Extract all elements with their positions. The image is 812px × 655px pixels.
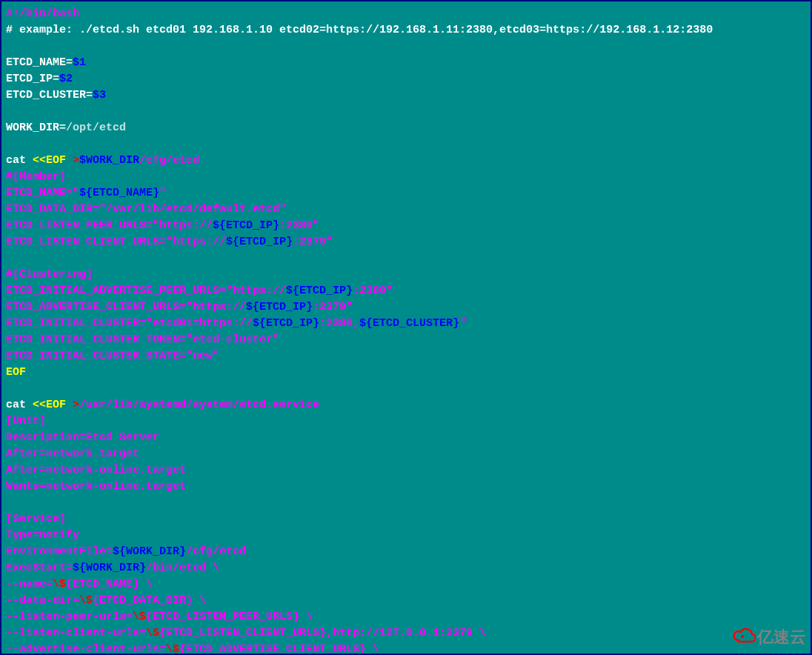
code-token: ETCD_IP= bbox=[6, 73, 59, 85]
code-token: After=network.target bbox=[6, 448, 139, 460]
code-token: /bin/etcd \ bbox=[146, 562, 219, 574]
code-token: #[Clustering] bbox=[6, 268, 93, 281]
code-token: ETCD_INITIAL_CLUSTER_STATE="new" bbox=[6, 350, 219, 362]
code-token: \$ bbox=[166, 643, 179, 655]
code-token: \$ bbox=[133, 611, 146, 623]
code-token: ${WORK_DIR} bbox=[73, 562, 146, 574]
code-token: # example: ./etcd.sh etcd01 192.168.1.10… bbox=[6, 24, 713, 36]
code-block: #!/bin/bash # example: ./etcd.sh etcd01 … bbox=[1, 1, 811, 655]
code-token: :2379" bbox=[293, 236, 333, 248]
code-token: > bbox=[73, 154, 79, 167]
code-token: <<EOF bbox=[33, 154, 73, 167]
code-token: $3 bbox=[93, 89, 106, 102]
code-token: \$ bbox=[53, 578, 66, 591]
code-token: ETCD_INITIAL_ADVERTISE_PEER_URLS="https:… bbox=[6, 285, 286, 297]
code-token: [Service] bbox=[6, 513, 66, 525]
code-token: ETCD_CLUSTER= bbox=[6, 89, 93, 102]
code-token: $WORK_DIR bbox=[79, 154, 139, 167]
watermark-text: 亿速云 bbox=[757, 629, 806, 645]
code-token: /cfg/etcd bbox=[139, 154, 199, 167]
code-token: " bbox=[459, 317, 466, 330]
code-token: cat bbox=[6, 399, 33, 411]
code-token: ETCD_NAME=" bbox=[6, 187, 79, 199]
code-token: :2379" bbox=[313, 301, 353, 313]
code-token: {ETCD_LISTEN_CLIENT_URLS},http://127.0.0… bbox=[159, 627, 486, 639]
code-token: Description=Etcd Server bbox=[6, 431, 159, 444]
code-token: ETCD_LISTEN_PEER_URLS="https:// bbox=[6, 219, 213, 232]
code-token: EOF bbox=[6, 366, 26, 379]
code-token: ${ETCD_CLUSTER} bbox=[359, 317, 459, 330]
code-token: ETCD_INITIAL_CLUSTER_TOKEN="etcd-cluster… bbox=[6, 333, 279, 346]
code-token: --advertise-client-urls= bbox=[6, 643, 166, 655]
code-token: ${ETCD_IP} bbox=[286, 285, 353, 297]
code-token: \$ bbox=[79, 594, 93, 607]
watermark: 亿速云 bbox=[732, 625, 806, 649]
code-token: EnvironmentFile= bbox=[6, 545, 113, 558]
code-token: > bbox=[73, 399, 79, 411]
code-token: /opt/etcd bbox=[66, 122, 126, 134]
code-token: {ETCD_NAME} \ bbox=[66, 578, 153, 591]
svg-point-0 bbox=[741, 635, 744, 638]
code-token: {ETCD_DATA_DIR} \ bbox=[93, 594, 206, 607]
code-token: ETCD_INITIAL_CLUSTER="etcd01=https:// bbox=[6, 317, 253, 330]
code-token: /usr/lib/systemd/system/etcd.service bbox=[79, 399, 319, 411]
code-token: --data-dir= bbox=[6, 594, 79, 607]
code-token: :2380" bbox=[279, 219, 319, 232]
code-token: <<EOF bbox=[33, 399, 73, 411]
code-token: ${WORK_DIR} bbox=[113, 545, 186, 558]
code-token: Type=notify bbox=[6, 529, 79, 542]
code-token: $1 bbox=[73, 56, 86, 69]
code-token: /cfg/etcd bbox=[186, 545, 246, 558]
code-token: ExecStart= bbox=[6, 562, 73, 574]
code-token: $2 bbox=[59, 73, 73, 85]
code-token: ${ETCD_IP} bbox=[246, 301, 313, 313]
code-token: After=network-online.target bbox=[6, 464, 186, 476]
code-token: --listen-client-urls= bbox=[6, 627, 146, 639]
code-token: ETCD_DATA_DIR="/var/lib/etcd/default.etc… bbox=[6, 203, 286, 216]
code-token: {ETCD_ADVERTISE_CLIENT_URLS} \ bbox=[179, 643, 379, 655]
code-token: ${ETCD_NAME} bbox=[79, 187, 159, 199]
code-token: Wants=network-online.target bbox=[6, 480, 186, 493]
code-token: --listen-peer-urls= bbox=[6, 611, 133, 623]
code-token: " bbox=[159, 187, 166, 199]
code-token: ${ETCD_IP} bbox=[213, 219, 279, 232]
code-token: WORK_DIR= bbox=[6, 122, 66, 134]
code-token: #!/bin/bash bbox=[6, 7, 79, 20]
code-token: --name= bbox=[6, 578, 53, 591]
code-token: cat bbox=[6, 154, 33, 167]
code-token: [Unit] bbox=[6, 415, 46, 428]
code-token: ${ETCD_IP} bbox=[226, 236, 293, 248]
code-token: :2380, bbox=[319, 317, 359, 330]
code-token: {ETCD_LISTEN_PEER_URLS} \ bbox=[146, 611, 313, 623]
code-token: #[Member] bbox=[6, 170, 66, 183]
code-token: ETCD_ADVERTISE_CLIENT_URLS="https:// bbox=[6, 301, 246, 313]
code-token: ETCD_NAME= bbox=[6, 56, 73, 69]
code-token: ${ETCD_IP} bbox=[253, 317, 319, 330]
code-token: :2380" bbox=[353, 285, 393, 297]
code-token: \$ bbox=[146, 627, 159, 639]
code-token: ETCD_LISTEN_CLIENT_URLS="https:// bbox=[6, 236, 226, 248]
cloud-icon bbox=[732, 625, 756, 649]
